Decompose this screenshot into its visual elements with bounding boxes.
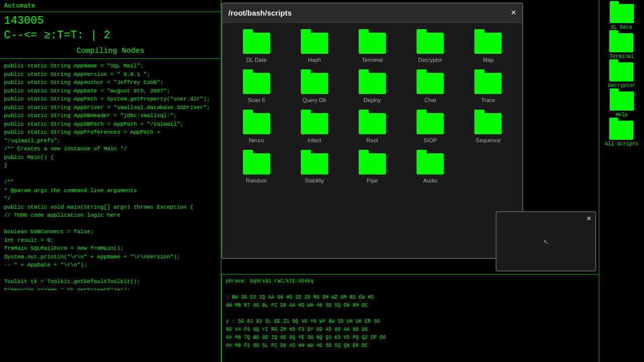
folder-label-terminal: Terminal — [362, 57, 383, 63]
terminal-line: AV M8 F2 8G 5L FC D8 A5 HH WU 4G 5D 5Q Q… — [226, 342, 595, 350]
code-line: public static String AppName = "SQL Mail… — [4, 62, 217, 70]
sidebar-label-terminal: Terminal — [609, 54, 633, 59]
terminal-line: phrase: bq0rs91 raC/ktE:0S4kq — [226, 278, 595, 286]
folder-label-deploy: Deploy — [364, 97, 381, 103]
code-line: Dimension screen = tk.getScreenSize(); — [4, 286, 217, 291]
folder-item-map[interactable]: Map — [459, 28, 517, 68]
folder-icon-sequence — [474, 113, 502, 134]
top-bar: Automate — [0, 0, 221, 12]
code-line: System.out.println("\r\n" + AppName + "\… — [4, 253, 217, 261]
folder-item-dl-data[interactable]: DL Data — [227, 28, 285, 68]
folder-item-decryptor[interactable]: Decryptor — [401, 28, 459, 68]
folder-label-stability: Stability — [305, 177, 325, 184]
code-line: public static String AppPath = System.ge… — [4, 95, 217, 104]
right-sidebar: DL DataTerminalDecryptorHelpAll Scripts — [599, 0, 644, 362]
folder-icon-pipe — [359, 153, 386, 174]
dialog-title: /root/bash/scripts — [228, 9, 292, 17]
folders-grid: DL DataHashTerminalDecryptorMapScan 6Que… — [222, 23, 522, 194]
folder-label-decryptor: Decryptor — [418, 57, 442, 63]
folder-item-query-db[interactable]: Query Db — [285, 68, 343, 108]
small-dialog: × ↖ — [496, 211, 596, 272]
terminal-line: AV M8 7Q BG 3D IQ 6E 9Q YE 3G NQ Q3 K5 V… — [226, 334, 595, 342]
folder-icon-neuro — [243, 113, 270, 134]
folder-label-random: Random — [246, 177, 267, 184]
folder-item-stability[interactable]: Stability — [285, 148, 343, 189]
folder-icon-infect — [301, 113, 328, 134]
code-line — [4, 170, 217, 178]
folder-label-siop: SIOP — [424, 137, 437, 143]
folder-label-hash: Hash — [308, 57, 321, 63]
folder-item-terminal[interactable]: Terminal — [343, 28, 401, 68]
code-line: public static String AppAuthor = "Jeffre… — [4, 78, 217, 87]
folder-icon-root — [359, 113, 386, 134]
folder-label-infect: Infect — [307, 137, 321, 143]
terminal-line — [226, 310, 595, 318]
folder-label-scan: Scan 6 — [248, 97, 265, 103]
folder-item-pipe[interactable]: Pipe — [343, 148, 401, 189]
left-panel: Automate 143005 C--<= ≥:T=T: | 2 Compili… — [0, 0, 221, 362]
folder-item-deploy[interactable]: Deploy — [343, 68, 401, 108]
folder-icon-decryptor — [417, 33, 444, 54]
code-line: public static String AppDBPath = AppPath… — [4, 120, 217, 129]
sidebar-item-dl-data[interactable]: DL Data — [610, 4, 634, 30]
code-line: public static String AppDriver = "smalls… — [4, 104, 217, 112]
dialog-title-bar: /root/bash/scripts × — [222, 4, 522, 23]
folder-item-chat[interactable]: Chat — [401, 68, 459, 108]
sidebar-label-decryptor: Decryptor — [608, 83, 635, 88]
sidebar-item-all-scripts[interactable]: All Scripts — [605, 121, 638, 147]
terminal-line: 9G V4 F8 GQ YI RG ZM H5 F3 DY GD A5 89 A… — [226, 326, 595, 334]
folder-item-audio[interactable]: Audio — [401, 148, 459, 189]
sidebar-folder-dl-data — [610, 4, 634, 23]
code-line: /** — [4, 178, 217, 187]
folder-icon-siop — [417, 113, 444, 134]
folder-item-scan[interactable]: Scan 6 — [227, 68, 285, 108]
folder-item-root[interactable]: Root — [343, 108, 401, 148]
folder-item-sequence[interactable]: Sequence — [459, 108, 517, 148]
code-line: int result = 0; — [4, 236, 217, 245]
sidebar-label-dl-data: DL Data — [611, 25, 632, 30]
cursor-icon: ↖ — [543, 236, 549, 247]
folder-item-random[interactable]: Random — [227, 148, 285, 189]
compiling-nodes-label: Compiling Nodes — [0, 45, 221, 59]
folder-item-infect[interactable]: Infect — [285, 108, 343, 148]
code-line: public Main() { — [4, 153, 217, 162]
folder-item-hash[interactable]: Hash — [285, 28, 343, 68]
code-line: Toolkit tk = Toolkit.getDefaultToolkit()… — [4, 278, 217, 286]
code-area: public static String AppName = "SQL Mail… — [0, 59, 221, 290]
folder-label-audio: Audio — [423, 177, 437, 184]
code-line: */ — [4, 195, 217, 203]
folder-icon-trace — [474, 73, 502, 94]
folder-label-dl-data: DL Data — [247, 57, 267, 63]
folder-icon-random — [243, 153, 270, 174]
sidebar-item-terminal[interactable]: Terminal — [609, 33, 633, 59]
folder-item-siop[interactable]: SIOP — [401, 108, 459, 148]
code-line: -- " + AppDate + "\r\n"); — [4, 261, 217, 269]
matrix-display: 143005 C--<= ≥:T=T: | 2 — [0, 12, 221, 45]
folder-icon-terminal — [359, 33, 386, 54]
folder-label-trace: Trace — [481, 97, 496, 103]
sidebar-folder-help — [610, 92, 634, 111]
folder-icon-hash — [301, 33, 328, 54]
folder-icon-chat — [417, 73, 444, 94]
matrix-line1: 143005 — [4, 14, 217, 29]
folder-label-map: Map — [483, 57, 494, 63]
code-line: frmMain SQLMailForm = new frmMain(); — [4, 244, 217, 253]
bottom-terminal: phrase: bq0rs91 raC/ktE:0S4kq : BW 3G D3… — [221, 274, 599, 362]
folder-icon-stability — [301, 153, 328, 174]
folder-icon-audio — [417, 153, 444, 174]
app-title: Automate — [4, 2, 35, 10]
code-line: public static String AppPreferences = Ap… — [4, 128, 217, 145]
folder-item-neuro[interactable]: Neuro — [227, 108, 285, 148]
sidebar-item-decryptor[interactable]: Decryptor — [608, 62, 635, 88]
folder-label-root: Root — [366, 137, 378, 143]
dialog-close-button[interactable]: × — [511, 8, 516, 18]
sidebar-item-help[interactable]: Help — [610, 92, 634, 118]
sidebar-label-help: Help — [615, 112, 627, 118]
folder-item-trace[interactable]: Trace — [459, 68, 517, 108]
sidebar-label-all-scripts: All Scripts — [605, 141, 638, 147]
small-dialog-close-button[interactable]: × — [587, 214, 591, 223]
folder-label-neuro: Neuro — [249, 137, 264, 143]
terminal-line: AW MB R7 8G BL FC D8 AA HD WH 46 5D 5Q O… — [226, 302, 595, 310]
code-line: // TODO code application logic here — [4, 211, 217, 220]
code-line: boolean bDBConnect = false; — [4, 228, 217, 236]
